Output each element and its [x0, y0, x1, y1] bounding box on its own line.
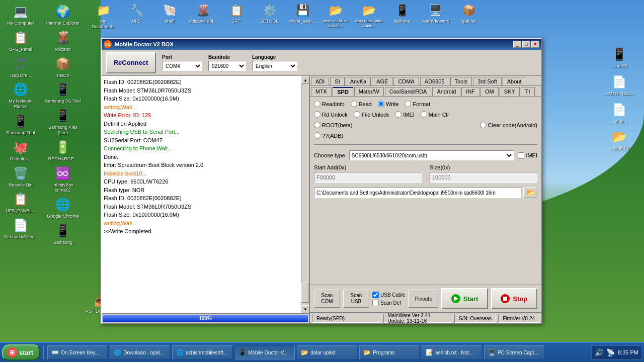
desktop-icon-my-computer[interactable]: 💻 My Computer — [3, 3, 39, 26]
desktop-icon-ufs-panel2[interactable]: 📋 UFS_PANEL... — [3, 190, 39, 214]
stop-button[interactable]: Stop — [491, 288, 537, 309]
desktop-icon-tbox[interactable]: 📦 T-BOX — [45, 55, 81, 78]
radio-rdunlock-input[interactable] — [314, 111, 320, 118]
scroll-down-button[interactable]: ▼ — [301, 305, 309, 313]
radio-rootbeta[interactable]: ROOT(beta) — [314, 122, 353, 128]
desktop-icon-aaja[interactable]: 📂 Aaja Maa Tainu Ankhi... — [354, 3, 384, 30]
desktop-icon-lephone[interactable]: 📱 lephone — [387, 3, 417, 30]
desktop-icon-samsung[interactable]: 📱 Samsung Tool — [3, 112, 39, 136]
desktop-icon-driver[interactable]: 💾 driver_setu... — [287, 3, 317, 30]
desktop-icon-octoplus[interactable]: 🐙 Octoplus... — [3, 138, 39, 162]
taskbar-item-ashish-txt[interactable]: 📝 ashish.txt - Not... — [422, 345, 482, 359]
tab-inf[interactable]: INF — [461, 87, 479, 96]
taskbar-item-ashish[interactable]: 🌐 ashishmobilesoft... — [172, 345, 232, 359]
tab-tools[interactable]: Tools — [450, 77, 472, 85]
language-select[interactable]: English — [252, 61, 297, 71]
size-input[interactable] — [430, 172, 537, 183]
desktop-icon-spt[interactable]: 📋 SPT — [221, 3, 251, 30]
desktop-icon-samsung2[interactable]: 📱 Samsung — [45, 222, 81, 245]
desktop-icon-samsung-kies-lite[interactable]: 📱 Samsung Kies (Lite) — [45, 107, 81, 136]
desktop-icon-samsung3g[interactable]: 📱 Samsung 3G Tool — [45, 80, 81, 104]
tab-mstarw[interactable]: Mstar/W — [354, 87, 384, 96]
reconnect-button[interactable]: ReConnect — [106, 52, 156, 73]
minimize-button[interactable]: _ — [513, 41, 521, 48]
scan-usb-button[interactable]: Scan USB — [343, 290, 369, 308]
tab-om[interactable]: OM — [480, 87, 499, 96]
tab-3rdsoft[interactable]: 3rd Soft — [473, 77, 502, 85]
radio-fileunlock[interactable]: File Unlock — [354, 111, 389, 118]
radio-mainclr-input[interactable] — [421, 111, 427, 118]
taskbar-item-dolar[interactable]: 📂 dolar uplod — [297, 345, 357, 359]
desktop-icon-kechao[interactable]: 📄 Kechaо k61.bi... — [3, 216, 39, 240]
desktop-icon-ie[interactable]: 🌍 Internet Explorer — [45, 3, 81, 26]
baudrate-select[interactable]: 921600 — [208, 61, 246, 71]
maximize-button[interactable]: □ — [522, 41, 530, 48]
desktop-icon-my-docs[interactable]: 📁 My Documents — [88, 3, 118, 30]
desktop-icon-qfive[interactable]: 📂 qfive c2160 ok 100000... — [320, 3, 351, 30]
radio-rootbeta-input[interactable] — [314, 122, 320, 128]
desktop-icon-setool[interactable]: ⚙️ SETOOL — [254, 3, 284, 30]
desktop-icon-recharge[interactable]: 🔋 RECHARGE... — [45, 138, 81, 162]
tab-adi[interactable]: ADI — [311, 77, 329, 85]
choose-type-select[interactable]: SC6600L/6530/6610/20(com,usb) — [349, 150, 514, 160]
desktop-icon-ufs[interactable]: 🔧 UFS — [121, 3, 151, 30]
radio-format[interactable]: Format — [405, 101, 430, 107]
radio-write[interactable]: Write — [378, 101, 398, 107]
radio-imei[interactable]: IMEI — [395, 111, 415, 118]
scroll-up-button[interactable]: ▲ — [301, 76, 309, 84]
file-path-input[interactable] — [314, 187, 521, 198]
start-menu-button[interactable]: ⊞ start — [2, 344, 40, 360]
browse-button[interactable]: 📂 — [523, 187, 537, 198]
start-button[interactable]: Start — [441, 288, 488, 309]
radio-format-input[interactable] — [405, 101, 411, 107]
desktop-icon-gpg[interactable]: 🎵 Gpg Dre... — [3, 55, 39, 78]
desktop-icon-mth[interactable]: 📄 ...MTH- Tara... — [601, 73, 637, 97]
radio-readinfo-input[interactable] — [314, 101, 320, 107]
radio-imei-input[interactable] — [395, 111, 401, 118]
pinouts-button[interactable]: Pinouts — [408, 290, 438, 308]
desktop-icon-volcano[interactable]: 🌋 volcano — [45, 29, 81, 52]
tab-coolsand[interactable]: CoolSand/RDA — [385, 87, 432, 96]
radio-rdunlock[interactable]: Rd Unlock — [314, 111, 348, 118]
taskbar-item-onscreen[interactable]: ⌨️ On-Screen Key... — [47, 345, 108, 359]
tab-ti[interactable]: TI — [521, 87, 535, 96]
radio-mainclr[interactable]: Main Clr — [421, 111, 449, 118]
desktop-icon-chrome[interactable]: 🌐 Google Chrome — [45, 196, 81, 219]
radio-adb[interactable]: ??(ADB) — [314, 132, 343, 139]
taskbar-item-screen-capt[interactable]: 🖥️ PC Screen Capt... — [484, 345, 544, 359]
scan-def-checkbox[interactable] — [372, 300, 379, 306]
desktop-icon-infinity[interactable]: ♾️ InfinityBox cdma02 — [45, 164, 81, 194]
scan-com-button[interactable]: Scan COM — [314, 290, 340, 308]
radio-adb-input[interactable] — [314, 132, 320, 139]
tab-android[interactable]: Android — [432, 87, 460, 96]
start-addr-input[interactable] — [314, 172, 422, 183]
desktop-icon-folder3[interactable]: 📂 ...older (3) — [601, 128, 637, 151]
desktop-icon-opal-rar[interactable]: 📦 opal.rar — [453, 3, 484, 30]
radio-clearcode[interactable]: Clear code(Android) — [480, 122, 537, 128]
tab-about[interactable]: About — [503, 77, 526, 85]
usb-cable-checkbox[interactable] — [372, 292, 379, 298]
radio-fileunlock-input[interactable] — [354, 111, 360, 118]
close-button[interactable]: ✕ — [531, 41, 539, 48]
tab-si[interactable]: SI — [330, 77, 344, 85]
radio-clearcode-input[interactable] — [480, 122, 487, 128]
radio-readinfo[interactable]: ReadInfo — [314, 101, 345, 107]
radio-read-input[interactable] — [351, 101, 357, 107]
port-select[interactable]: COM4 — [162, 61, 202, 71]
desktop-icon-nna6[interactable]: 📱 ...nn A6 — [601, 45, 637, 69]
desktop-icon-ufs-panel[interactable]: 📋 UFS_Panel — [3, 29, 39, 52]
tab-anyka[interactable]: AnyKa — [346, 77, 371, 85]
tab-sky[interactable]: SKY — [500, 87, 520, 96]
taskbar-item-download[interactable]: 🌐 Download - opal... — [110, 345, 170, 359]
taskbar-item-mobile-doctor[interactable]: 📱 Mobile Doctor V... — [234, 345, 295, 359]
tab-mtk[interactable]: MTK — [311, 87, 332, 96]
desktop-icon-recycle[interactable]: 🗑️ Recycle Bin — [3, 164, 39, 188]
imei-checkbox[interactable] — [518, 152, 524, 159]
tab-spd[interactable]: SPD — [333, 87, 353, 96]
tab-cdma[interactable]: CDMA — [393, 77, 419, 85]
radio-write-input[interactable] — [378, 101, 384, 107]
desktop-icon-volcano-tool[interactable]: 🌋 VolcanoTool... — [188, 3, 218, 30]
desktop-icon-teamviewer[interactable]: 🖥️ TeamViewer 9 — [420, 3, 450, 30]
desktop-icon-network[interactable]: 🌐 My Network Places — [3, 80, 39, 110]
scroll-thumb[interactable] — [301, 283, 308, 303]
